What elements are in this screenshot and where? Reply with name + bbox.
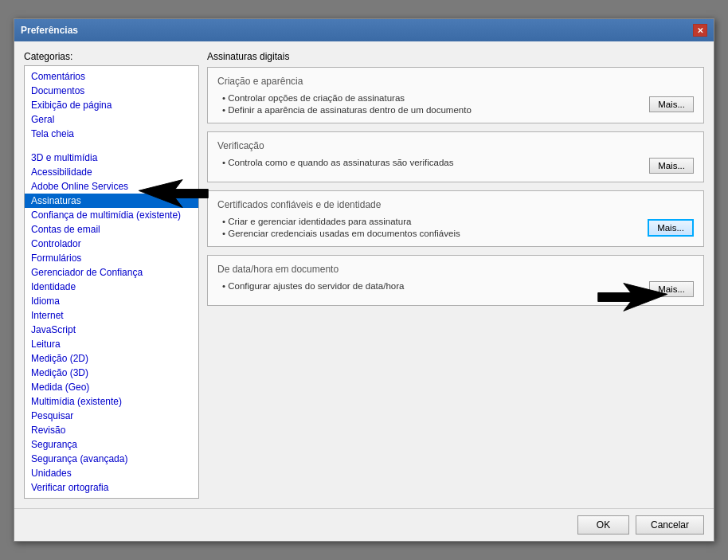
mais-button-criacao[interactable]: Mais...	[649, 96, 694, 112]
dialog-body: Categorias: Comentários Documentos Exibi…	[14, 41, 714, 508]
sidebar-item-formularios[interactable]: Formulários	[25, 251, 198, 265]
section-verificacao-content: Controla como e quando as assinaturas sã…	[217, 158, 694, 174]
preferences-dialog: Preferências ✕ Categorias: Comentários D…	[14, 18, 714, 542]
sidebar-item-controlador[interactable]: Controlador	[25, 237, 198, 251]
sidebar-item-medicao-3d[interactable]: Medição (3D)	[25, 366, 198, 380]
sidebar-item-internet[interactable]: Internet	[25, 308, 198, 323]
category-list: Comentários Documentos Exibição de págin…	[24, 65, 199, 499]
sidebar-item-seguranca-avancada[interactable]: Segurança (avançada)	[25, 452, 198, 466]
section-criacao-bullets: Controlar opções de criação de assinatur…	[217, 93, 641, 115]
mais-button-verificacao[interactable]: Mais...	[649, 158, 694, 174]
mais-button-data-hora[interactable]: Mais...	[649, 281, 694, 297]
sidebar-item-javascript[interactable]: JavaScript	[25, 323, 198, 337]
close-button[interactable]: ✕	[693, 24, 707, 37]
categories-label: Categorias:	[24, 51, 199, 62]
sidebar-item-adobe-online[interactable]: Adobe Online Services	[25, 179, 198, 194]
mais-button-certificados[interactable]: Mais...	[648, 219, 694, 237]
section-data-hora: De data/hora em documento Configurar aju…	[207, 255, 704, 306]
sidebar-item-comentarios[interactable]: Comentários	[25, 69, 198, 84]
sidebar-item-documentos[interactable]: Documentos	[25, 84, 198, 98]
bullet-item: Configurar ajustes do servidor de data/h…	[217, 281, 641, 291]
sidebar-item-tela-cheia[interactable]: Tela cheia	[25, 127, 198, 141]
window-title: Preferências	[21, 25, 78, 36]
sidebar-item-unidades[interactable]: Unidades	[25, 466, 198, 480]
sidebar-item-assinaturas[interactable]: Assinaturas	[25, 194, 198, 208]
bullet-item: Criar e gerenciar identidades para assin…	[217, 217, 640, 226]
section-verificacao-bullets: Controla como e quando as assinaturas sã…	[217, 158, 641, 167]
ok-button[interactable]: OK	[577, 515, 629, 535]
section-certificados: Certificados confiáveis e de identidade …	[207, 190, 704, 247]
sidebar-item-medicao-2d[interactable]: Medição (2D)	[25, 351, 198, 366]
bullet-item: Gerenciar credenciais usadas em document…	[217, 229, 640, 238]
sidebar-item-identidade[interactable]: Identidade	[25, 280, 198, 294]
right-panel: Assinaturas digitais Criação e aparência…	[207, 51, 704, 499]
sidebar-item-gerenciador[interactable]: Gerenciador de Confiança	[25, 265, 198, 280]
main-section-title: Assinaturas digitais	[207, 51, 704, 62]
left-panel: Categorias: Comentários Documentos Exibi…	[24, 51, 199, 499]
section-certificados-content: Criar e gerenciar identidades para assin…	[217, 217, 694, 238]
sidebar-item-idioma[interactable]: Idioma	[25, 294, 198, 308]
section-data-hora-bullets: Configurar ajustes do servidor de data/h…	[217, 281, 641, 291]
sidebar-item-confianca-midia[interactable]: Confiança de multimídia (existente)	[25, 208, 198, 222]
sidebar-item-verificar-ortografia[interactable]: Verificar ortografia	[25, 480, 198, 495]
title-bar: Preferências ✕	[14, 19, 714, 41]
bullet-item: Controla como e quando as assinaturas sã…	[217, 158, 641, 167]
section-criacao-header: Criação e aparência	[217, 76, 694, 87]
section-certificados-header: Certificados confiáveis e de identidade	[217, 199, 694, 210]
cancel-button[interactable]: Cancelar	[636, 515, 704, 535]
section-criacao-content: Controlar opções de criação de assinatur…	[217, 93, 694, 115]
section-verificacao-header: Verificação	[217, 140, 694, 151]
dialog-footer: OK Cancelar	[14, 508, 714, 541]
sidebar-item-multimidia[interactable]: Multimídia (existente)	[25, 394, 198, 409]
section-criacao: Criação e aparência Controlar opções de …	[207, 67, 704, 123]
sidebar-item-exibicao[interactable]: Exibição de página	[25, 98, 198, 112]
bullet-item: Definir a aparência de assinaturas dentr…	[217, 105, 641, 115]
sidebar-item-revisao[interactable]: Revisão	[25, 423, 198, 437]
sidebar-item-contas-email[interactable]: Contas de email	[25, 222, 198, 237]
sidebar-item-leitura[interactable]: Leitura	[25, 337, 198, 351]
section-data-hora-content: Configurar ajustes do servidor de data/h…	[217, 281, 694, 297]
sidebar-item-geral[interactable]: Geral	[25, 112, 198, 127]
sidebar-item-seguranca[interactable]: Segurança	[25, 437, 198, 452]
sidebar-item-3d[interactable]: 3D e multimídia	[25, 151, 198, 165]
section-certificados-bullets: Criar e gerenciar identidades para assin…	[217, 217, 640, 238]
sidebar-item-pesquisar[interactable]: Pesquisar	[25, 409, 198, 423]
bullet-item: Controlar opções de criação de assinatur…	[217, 93, 641, 103]
section-verificacao: Verificação Controla como e quando as as…	[207, 131, 704, 182]
sidebar-item-medida-geo[interactable]: Medida (Geo)	[25, 380, 198, 394]
sidebar-item-acessibilidade[interactable]: Acessibilidade	[25, 165, 198, 179]
section-data-hora-header: De data/hora em documento	[217, 264, 694, 275]
